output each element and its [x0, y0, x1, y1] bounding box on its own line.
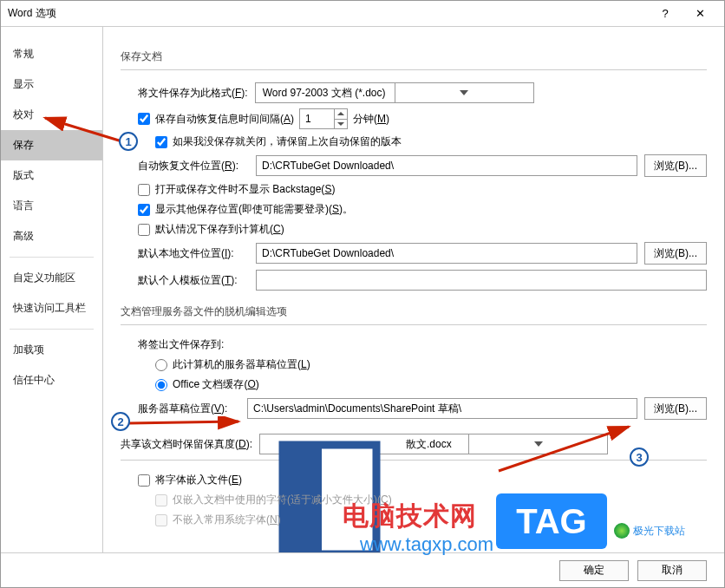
embed-subset-checkbox	[155, 494, 167, 506]
sidebar-divider	[10, 329, 94, 330]
save-format-select[interactable]: Word 97-2003 文档 (*.doc)	[255, 82, 534, 103]
cancel-button[interactable]: 取消	[637, 560, 707, 581]
browse-button-drafts[interactable]: 浏览(B)...	[644, 397, 707, 420]
embed-sysfonts-label: 不嵌入常用系统字体(N)	[173, 513, 281, 527]
site-name: 极光下载站	[633, 524, 685, 539]
site-logo-icon	[614, 523, 630, 539]
autorecover-interval-spinner[interactable]	[299, 108, 348, 129]
save-local-checkbox[interactable]	[138, 224, 150, 236]
keep-last-checkbox[interactable]	[155, 136, 167, 148]
watermark-url: www.tagxp.com	[360, 533, 493, 556]
autorecover-checkbox[interactable]	[138, 113, 150, 125]
titlebar: Word 选项 ? ✕	[1, 1, 724, 27]
chevron-down-icon[interactable]	[335, 120, 347, 129]
server-drafts-radio[interactable]	[155, 359, 167, 371]
autorecover-label: 保存自动恢复信息时间间隔(A)	[155, 112, 294, 127]
save-local-label: 默认情况下保存到计算机(C)	[155, 222, 284, 237]
sidebar-item-trust[interactable]: 信任中心	[1, 365, 102, 395]
sidebar: 常规 显示 校对 保存 版式 语言 高级 自定义功能区 快速访问工具栏 加载项 …	[1, 27, 103, 552]
embed-sysfonts-checkbox	[155, 514, 167, 526]
content-panel: 保存文档 将文件保存为此格式(F): Word 97-2003 文档 (*.do…	[103, 27, 724, 552]
template-loc-label: 默认个人模板位置(T):	[138, 273, 249, 288]
template-loc-input[interactable]	[256, 270, 707, 291]
sidebar-item-display[interactable]: 显示	[1, 69, 102, 100]
sidebar-item-layout[interactable]: 版式	[1, 160, 102, 191]
browse-button-default[interactable]: 浏览(B)...	[644, 242, 707, 265]
draft-loc-input[interactable]	[247, 398, 637, 419]
show-other-checkbox[interactable]	[138, 204, 150, 216]
close-button[interactable]: ✕	[683, 2, 717, 26]
keep-last-label: 如果我没保存就关闭，请保留上次自动保留的版本	[173, 134, 402, 149]
save-checkout-label: 将签出文件保存到:	[138, 337, 224, 352]
share-doc-select[interactable]: 散文.docx	[259, 434, 608, 454]
annotation-marker-1: 1	[119, 132, 138, 151]
chevron-down-icon	[395, 83, 533, 102]
sidebar-item-ribbon[interactable]: 自定义功能区	[1, 263, 102, 293]
watermark-site: 极光下载站	[614, 523, 685, 539]
sidebar-item-qat[interactable]: 快速访问工具栏	[1, 293, 102, 323]
autorecover-loc-label: 自动恢复文件位置(R):	[138, 159, 249, 173]
office-cache-label: Office 文档缓存(O)	[173, 377, 259, 392]
sidebar-item-advanced[interactable]: 高级	[1, 221, 102, 252]
browse-button-autorecover[interactable]: 浏览(B)...	[644, 154, 707, 177]
sidebar-item-save[interactable]: 保存	[1, 130, 102, 160]
watermark-text: 电脑技术网	[343, 499, 477, 534]
word-doc-icon	[260, 437, 399, 451]
section-divider	[121, 460, 707, 461]
section-save-header: 保存文档	[121, 49, 707, 64]
watermark-tag-badge: TAG	[496, 493, 607, 549]
default-loc-input[interactable]	[256, 243, 637, 264]
section-divider	[121, 69, 707, 70]
draft-loc-label: 服务器草稿位置(V):	[138, 402, 240, 416]
section-server-header: 文档管理服务器文件的脱机编辑选项	[121, 304, 707, 319]
save-format-value: Word 97-2003 文档 (*.doc)	[256, 86, 395, 101]
chevron-down-icon	[468, 434, 607, 454]
backstage-label: 打开或保存文件时不显示 Backstage(S)	[155, 182, 335, 197]
embed-fonts-label: 将字体嵌入文件(E)	[155, 473, 242, 487]
sidebar-item-general[interactable]: 常规	[1, 39, 102, 69]
section-share-header: 共享该文档时保留保真度(D):	[121, 437, 252, 452]
ok-button[interactable]: 确定	[559, 560, 629, 581]
autorecover-interval-input[interactable]	[299, 108, 334, 129]
section-divider	[121, 324, 707, 325]
show-other-label: 显示其他保存位置(即使可能需要登录)(S)。	[155, 202, 353, 217]
office-cache-radio[interactable]	[155, 379, 167, 391]
dialog-title: Word 选项	[8, 6, 648, 21]
autorecover-loc-input[interactable]	[256, 155, 637, 176]
annotation-marker-2: 2	[111, 412, 130, 431]
sidebar-item-proofing[interactable]: 校对	[1, 100, 102, 130]
server-drafts-label: 此计算机的服务器草稿位置(L)	[173, 357, 310, 372]
help-button[interactable]: ?	[648, 2, 683, 26]
embed-fonts-checkbox[interactable]	[138, 474, 150, 487]
annotation-marker-3: 3	[630, 448, 649, 467]
backstage-checkbox[interactable]	[138, 184, 150, 196]
default-loc-label: 默认本地文件位置(I):	[138, 246, 249, 261]
chevron-up-icon[interactable]	[335, 109, 347, 120]
share-doc-value: 散文.docx	[399, 437, 468, 452]
sidebar-divider	[10, 257, 94, 258]
save-format-label: 将文件保存为此格式(F):	[138, 86, 248, 101]
spinner-buttons[interactable]	[334, 108, 348, 129]
minutes-label: 分钟(M)	[353, 112, 389, 127]
sidebar-item-addins[interactable]: 加载项	[1, 335, 102, 365]
dialog-footer: 确定 取消	[1, 552, 724, 587]
sidebar-item-language[interactable]: 语言	[1, 191, 102, 221]
